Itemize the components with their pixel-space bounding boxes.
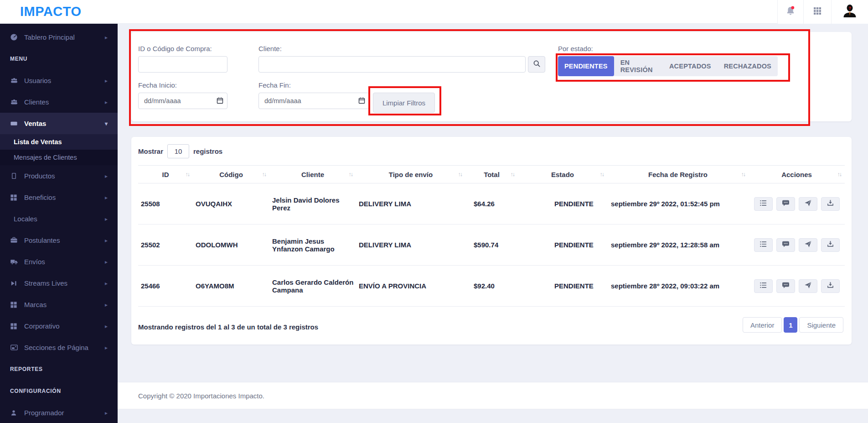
row-actions (749, 279, 845, 293)
box-icon (10, 172, 19, 180)
limpiar-filtros-button[interactable]: Limpiar Filtros (373, 93, 435, 113)
cell-total-value: $92.40 (474, 282, 495, 290)
sidebar-item-label: Streams Lives (24, 279, 67, 287)
page-size-select[interactable]: 10 (167, 144, 189, 158)
download-icon (826, 281, 835, 291)
estado-tab-1[interactable]: EN REVISIÓN (614, 56, 663, 76)
sidebar-item-label: Tablero Principal (24, 33, 75, 41)
chevron-right-icon: ▸ (105, 280, 108, 287)
search-button[interactable] (528, 56, 545, 73)
estado-tab-3[interactable]: RECHAZADOS (718, 56, 778, 76)
comments-button[interactable] (776, 279, 795, 293)
estado-tab-0[interactable]: PENDIENTES (558, 56, 614, 76)
cell-id: 25508 (138, 200, 193, 208)
grid-icon (10, 323, 19, 330)
download-button[interactable] (821, 279, 840, 293)
column-header-estado[interactable]: Estado↑↓ (518, 166, 607, 183)
column-header-cliente[interactable]: Cliente↑↓ (269, 166, 356, 183)
sidebar-item-beneficios[interactable]: Beneficios▸ (0, 187, 118, 208)
mostrar-label: Mostrar (138, 147, 163, 155)
send-icon (804, 281, 812, 291)
cell-tipo_envio: ENVÍO A PROVINCIA (356, 282, 465, 290)
sort-icon: ↑↓ (600, 171, 604, 178)
sidebar-item-tablero-principal[interactable]: Tablero Principal▸ (0, 26, 118, 48)
cell-fecha: septiembre 28º 2022, 09:03:22 am (607, 282, 749, 290)
sort-icon: ↑↓ (741, 171, 745, 178)
cell-estado: PENDIENTE (518, 282, 607, 290)
sidebar-item-programador[interactable]: Programador▸ (0, 402, 118, 423)
view-details-button[interactable] (754, 279, 773, 293)
copyright-text: Copyright © 2020 Importaciones Impacto. (138, 392, 264, 400)
app-logo[interactable]: IMPACTO (20, 4, 82, 19)
id-codigo-input[interactable] (138, 56, 227, 73)
send-button[interactable] (799, 279, 817, 293)
por-estado-label: Por estado: (558, 45, 593, 52)
cell-id-value: 25466 (141, 282, 160, 290)
pagination-prev-button[interactable]: Anterior (743, 317, 782, 333)
download-icon (826, 199, 835, 209)
column-header-id[interactable]: ID↑↓ (138, 166, 193, 183)
sidebar-item-corporativo[interactable]: Corporativo▸ (0, 315, 118, 337)
cell-cliente-value: Carlos Gerardo Calderón Campana (272, 278, 353, 294)
column-header-total[interactable]: Total↑↓ (465, 166, 518, 183)
download-button[interactable] (821, 197, 840, 211)
sidebar-item-ventas[interactable]: Ventas▾ (0, 113, 118, 134)
column-header-label: Total (484, 171, 500, 178)
view-details-button[interactable] (754, 238, 773, 252)
sidebar-item-productos[interactable]: Productos▸ (0, 165, 118, 187)
sidebar-item-label: Marcas (24, 301, 46, 308)
svg-text:?: ? (848, 6, 851, 10)
sidebar-item-streams-lives[interactable]: Streams Lives▸ (0, 272, 118, 294)
sidebar-item-label: Secciones de Página (24, 344, 88, 351)
account-menu-button[interactable]: ? (831, 0, 868, 24)
column-header-acciones[interactable]: Acciones↑↓ (749, 166, 845, 183)
sidebar-item-envios[interactable]: Envíos▸ (0, 251, 118, 272)
cell-total-value: $64.26 (474, 200, 495, 208)
sort-icon: ↑↓ (458, 171, 462, 178)
comments-button[interactable] (776, 197, 795, 211)
cell-tipo_envio: DELIVERY LIMA (356, 200, 465, 208)
apps-menu-button[interactable] (803, 0, 831, 24)
fecha-inicio-input[interactable] (138, 93, 227, 109)
download-button[interactable] (821, 238, 840, 252)
person-icon (10, 409, 19, 417)
column-header-label: Tipo de envío (389, 171, 433, 178)
sidebar-subitem-lista-de-ventas[interactable]: Lista de Ventas (0, 134, 118, 150)
sidebar-section-label: CONFIGURACIÓN (10, 388, 61, 394)
sidebar-item-secciones-de-pagina[interactable]: Secciones de Página▸ (0, 337, 118, 358)
sidebar-item-usuarios[interactable]: Usuarios▸ (0, 70, 118, 91)
cell-id-value: 25508 (141, 200, 160, 208)
view-details-button[interactable] (754, 197, 773, 211)
sort-icon: ↑↓ (837, 171, 842, 178)
pagination-page-1-button[interactable]: 1 (784, 317, 797, 333)
sidebar-item-label: Locales (14, 215, 37, 223)
cell-codigo: OVUQAIHX (193, 200, 269, 208)
chat-icon (781, 240, 790, 250)
fecha-fin-input[interactable] (258, 93, 369, 109)
comments-button[interactable] (776, 238, 795, 252)
sidebar-item-postulantes[interactable]: Postulantes▸ (0, 230, 118, 251)
column-header-fecha[interactable]: Fecha de Registro↑↓ (607, 166, 749, 183)
sidebar-subitem-label: Mensajes de Clientes (14, 154, 77, 161)
send-button[interactable] (799, 238, 817, 252)
column-header-tipo[interactable]: Tipo de envío↑↓ (356, 166, 465, 183)
sales-table-card: Mostrar 10 registros ID↑↓Código↑↓Cliente… (131, 137, 852, 345)
list-icon (759, 281, 768, 291)
cell-codigo-value: ODOLOMWH (196, 241, 238, 249)
notifications-button[interactable] (777, 0, 803, 24)
chevron-right-icon: ▸ (105, 34, 108, 41)
cell-estado: PENDIENTE (518, 241, 607, 249)
estado-tab-2[interactable]: ACEPTADOS (663, 56, 718, 76)
cell-codigo-value: OVUQAIHX (196, 200, 232, 208)
sort-icon: ↑↓ (349, 171, 353, 178)
column-header-label: Acciones (781, 171, 812, 178)
send-button[interactable] (799, 197, 817, 211)
sidebar-item-marcas[interactable]: Marcas▸ (0, 294, 118, 315)
sidebar-item-clientes[interactable]: Clientes▸ (0, 91, 118, 113)
cliente-input[interactable] (258, 56, 526, 73)
sidebar-subitem-mensajes-de-clientes[interactable]: Mensajes de Clientes (0, 150, 118, 165)
download-icon (826, 240, 835, 250)
sidebar-item-locales[interactable]: Locales▸ (0, 208, 118, 230)
pagination-next-button[interactable]: Siguiente (799, 317, 843, 333)
column-header-codigo[interactable]: Código↑↓ (193, 166, 269, 183)
